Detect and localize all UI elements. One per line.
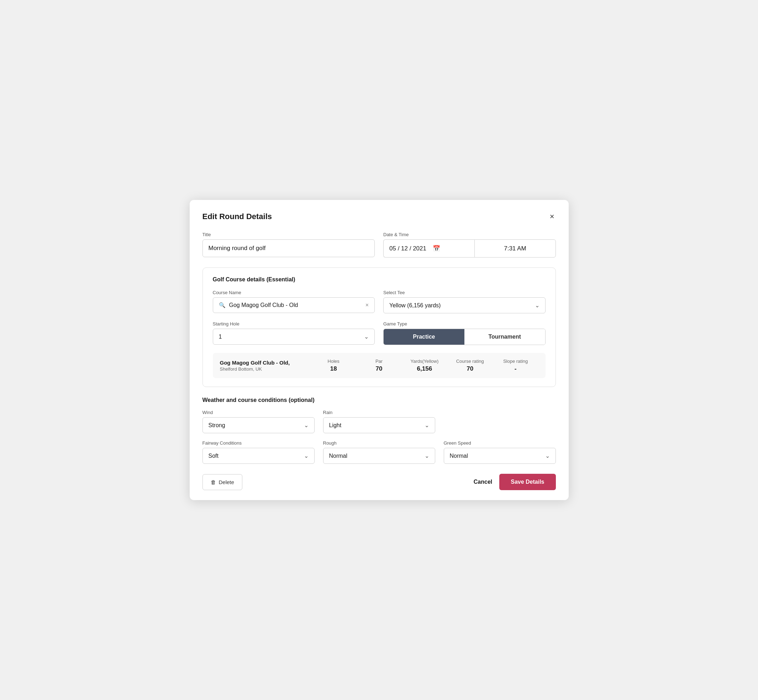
course-info-row: Gog Magog Golf Club - Old, Shelford Bott…: [213, 353, 545, 378]
green-speed-value: Normal: [450, 453, 468, 459]
datetime-inner: 05 / 12 / 2021 📅 7:31 AM: [383, 239, 556, 258]
modal-title: Edit Round Details: [202, 212, 272, 221]
slope-rating-label: Slope rating: [493, 359, 539, 364]
footer-right: Cancel Save Details: [474, 474, 556, 490]
course-rating-value: 70: [447, 365, 493, 372]
green-speed-group: Green Speed Normal ⌄: [444, 441, 556, 464]
cancel-button[interactable]: Cancel: [474, 479, 492, 485]
datetime-label: Date & Time: [383, 232, 556, 237]
course-name-input[interactable]: [229, 302, 362, 308]
chevron-down-icon: ⌄: [424, 452, 429, 459]
tournament-button[interactable]: Tournament: [464, 329, 545, 345]
modal-footer: 🗑 Delete Cancel Save Details: [202, 474, 556, 490]
rain-group: Rain Light ⌄: [323, 410, 435, 433]
wind-rain-row: Wind Strong ⌄ Rain Light ⌄: [202, 410, 556, 433]
fairway-group: Fairway Conditions Soft ⌄: [202, 441, 315, 464]
slope-rating-stat: Slope rating -: [493, 359, 539, 372]
select-tee-value: Yellow (6,156 yards): [389, 302, 440, 309]
starting-hole-value: 1: [219, 334, 222, 340]
date-value: 05 / 12 / 2021: [389, 245, 426, 252]
chevron-down-icon: ⌄: [304, 422, 309, 429]
delete-label: Delete: [219, 479, 234, 485]
fairway-dropdown[interactable]: Soft ⌄: [202, 448, 315, 464]
edit-round-modal: Edit Round Details × Title Date & Time 0…: [190, 200, 568, 500]
starting-hole-group: Starting Hole 1 ⌄: [213, 321, 375, 345]
select-tee-label: Select Tee: [383, 290, 545, 295]
conditions-row: Fairway Conditions Soft ⌄ Rough Normal ⌄…: [202, 441, 556, 464]
title-label: Title: [202, 232, 375, 237]
fairway-label: Fairway Conditions: [202, 441, 315, 446]
course-name-input-wrap[interactable]: 🔍 ×: [213, 297, 375, 313]
holes-label: Holes: [311, 359, 356, 364]
select-tee-dropdown[interactable]: Yellow (6,156 yards) ⌄: [383, 297, 545, 313]
calendar-icon: 📅: [433, 245, 440, 252]
chevron-down-icon: ⌄: [535, 302, 539, 309]
yards-stat: Yards(Yellow) 6,156: [402, 359, 447, 372]
yards-label: Yards(Yellow): [402, 359, 447, 364]
time-input[interactable]: 7:31 AM: [475, 239, 556, 258]
select-tee-group: Select Tee Yellow (6,156 yards) ⌄: [383, 290, 545, 313]
empty-spacer: [444, 410, 556, 433]
starting-hole-dropdown[interactable]: 1 ⌄: [213, 329, 375, 345]
modal-header: Edit Round Details ×: [202, 211, 556, 222]
datetime-field-group: Date & Time 05 / 12 / 2021 📅 7:31 AM: [383, 232, 556, 258]
par-stat: Par 70: [356, 359, 402, 372]
game-type-group: Game Type Practice Tournament: [383, 321, 545, 345]
holes-stat: Holes 18: [311, 359, 356, 372]
course-name-tee-row: Course Name 🔍 × Select Tee Yellow (6,156…: [213, 290, 545, 313]
game-type-toggle: Practice Tournament: [383, 329, 545, 345]
save-button[interactable]: Save Details: [499, 474, 556, 490]
hole-gametype-row: Starting Hole 1 ⌄ Game Type Practice Tou…: [213, 321, 545, 345]
title-field-group: Title: [202, 232, 375, 258]
chevron-down-icon: ⌄: [304, 452, 309, 459]
rough-label: Rough: [323, 441, 435, 446]
fairway-value: Soft: [208, 453, 219, 459]
par-label: Par: [356, 359, 402, 364]
rain-dropdown[interactable]: Light ⌄: [323, 417, 435, 433]
rough-group: Rough Normal ⌄: [323, 441, 435, 464]
green-speed-label: Green Speed: [444, 441, 556, 446]
course-info-name-sub: Shelford Bottom, UK: [220, 366, 311, 372]
rough-value: Normal: [329, 453, 348, 459]
course-name-group: Course Name 🔍 ×: [213, 290, 375, 313]
course-rating-stat: Course rating 70: [447, 359, 493, 372]
title-input[interactable]: [202, 239, 375, 257]
weather-section: Weather and course conditions (optional)…: [202, 397, 556, 464]
rain-label: Rain: [323, 410, 435, 415]
starting-hole-label: Starting Hole: [213, 321, 375, 327]
chevron-down-icon: ⌄: [364, 333, 369, 340]
course-rating-label: Course rating: [447, 359, 493, 364]
course-info-name-bold: Gog Magog Golf Club - Old,: [220, 359, 311, 366]
course-section-title: Golf Course details (Essential): [213, 277, 545, 283]
game-type-label: Game Type: [383, 321, 545, 327]
weather-section-title: Weather and course conditions (optional): [202, 397, 556, 403]
wind-label: Wind: [202, 410, 315, 415]
holes-value: 18: [311, 365, 356, 372]
delete-button[interactable]: 🗑 Delete: [202, 474, 242, 490]
clear-icon[interactable]: ×: [365, 302, 369, 308]
trash-icon: 🗑: [211, 479, 216, 485]
wind-value: Strong: [208, 422, 225, 429]
course-section: Golf Course details (Essential) Course N…: [202, 267, 556, 387]
course-name-label: Course Name: [213, 290, 375, 295]
top-row: Title Date & Time 05 / 12 / 2021 📅 7:31 …: [202, 232, 556, 258]
yards-value: 6,156: [402, 365, 447, 372]
chevron-down-icon: ⌄: [545, 452, 550, 459]
par-value: 70: [356, 365, 402, 372]
rain-value: Light: [329, 422, 341, 429]
close-button[interactable]: ×: [548, 211, 556, 222]
chevron-down-icon: ⌄: [424, 422, 429, 429]
slope-rating-value: -: [493, 365, 539, 372]
rough-dropdown[interactable]: Normal ⌄: [323, 448, 435, 464]
green-speed-dropdown[interactable]: Normal ⌄: [444, 448, 556, 464]
practice-button[interactable]: Practice: [384, 329, 464, 345]
course-info-name: Gog Magog Golf Club - Old, Shelford Bott…: [220, 359, 311, 372]
wind-group: Wind Strong ⌄: [202, 410, 315, 433]
wind-dropdown[interactable]: Strong ⌄: [202, 417, 315, 433]
time-value: 7:31 AM: [504, 245, 526, 252]
search-icon: 🔍: [219, 302, 226, 308]
date-input[interactable]: 05 / 12 / 2021 📅: [383, 239, 475, 258]
